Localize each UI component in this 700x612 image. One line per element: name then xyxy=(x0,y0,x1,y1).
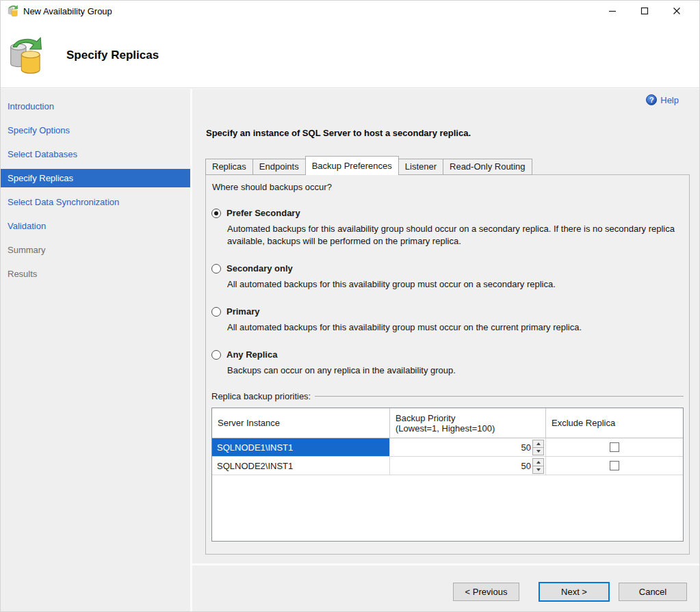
secondary-only-radio-row[interactable]: Secondary only xyxy=(211,263,684,274)
tab-read-only-routing[interactable]: Read-Only Routing xyxy=(443,159,532,175)
exclude-replica-cell-sqlnode1 xyxy=(546,438,683,456)
primary-radio[interactable] xyxy=(211,307,221,317)
option-prefer-secondary: Prefer Secondary Automated backups for t… xyxy=(211,208,684,248)
table-row: SQLNODE1\INST1 50 xyxy=(212,438,683,457)
close-icon xyxy=(673,7,681,15)
any-replica-radio-row[interactable]: Any Replica xyxy=(211,349,684,360)
up-arrow-icon xyxy=(536,442,541,445)
sidebar-item-specify-replicas[interactable]: Specify Replicas xyxy=(1,169,190,187)
sidebar-item-select-data-synchronization[interactable]: Select Data Synchronization xyxy=(1,190,190,214)
backup-priority-cell-sqlnode1[interactable]: 50 xyxy=(390,438,546,456)
replica-backup-priorities-label: Replica backup priorities: xyxy=(211,391,311,401)
prefer-secondary-radio-row[interactable]: Prefer Secondary xyxy=(211,208,684,218)
tab-backup-preferences[interactable]: Backup Preferences xyxy=(305,156,399,175)
any-replica-label: Any Replica xyxy=(226,349,277,360)
wizard-header: Specify Replicas xyxy=(1,21,699,88)
option-secondary-only: Secondary only All automated backups for… xyxy=(211,263,684,291)
tab-replicas[interactable]: Replicas xyxy=(205,159,253,175)
maximize-icon xyxy=(640,7,649,15)
wizard-body: Introduction Specify Options Select Data… xyxy=(1,89,699,611)
sidebar-item-specify-options[interactable]: Specify Options xyxy=(1,118,190,142)
prefer-secondary-description: Automated backups for this availability … xyxy=(227,223,679,248)
priority-value[interactable]: 50 xyxy=(521,442,532,453)
footer-separator xyxy=(192,563,699,566)
tab-endpoints[interactable]: Endpoints xyxy=(252,159,306,175)
up-arrow-icon xyxy=(536,461,541,464)
server-instance-cell-sqlnode1[interactable]: SQLNODE1\INST1 xyxy=(212,438,390,456)
window-controls xyxy=(596,1,692,21)
prefer-secondary-radio[interactable] xyxy=(211,209,221,218)
step-instruction: Specify an instance of SQL Server to hos… xyxy=(206,128,471,138)
replicas-database-icon xyxy=(6,35,46,77)
primary-radio-row[interactable]: Primary xyxy=(211,306,684,317)
primary-label: Primary xyxy=(226,306,259,317)
option-primary: Primary All automated backups for this a… xyxy=(211,306,684,334)
minimize-button[interactable] xyxy=(596,1,628,21)
replica-backup-priorities-group: Replica backup priorities: xyxy=(211,391,684,401)
cancel-button[interactable]: Cancel xyxy=(619,583,687,601)
grid-header-row: Server Instance Backup Priority (Lowest=… xyxy=(212,408,683,438)
backup-question-label: Where should backups occur? xyxy=(212,182,684,192)
tab-listener[interactable]: Listener xyxy=(398,159,443,175)
group-rule xyxy=(315,396,684,397)
column-header-backup-priority[interactable]: Backup Priority (Lowest=1, Highest=100) xyxy=(390,408,546,438)
wizard-steps-sidebar: Introduction Specify Options Select Data… xyxy=(1,89,190,611)
column-header-exclude-replica[interactable]: Exclude Replica xyxy=(546,408,683,438)
secondary-only-radio[interactable] xyxy=(211,264,221,274)
exclude-replica-cell-sqlnode2 xyxy=(546,457,683,475)
priority-spinner xyxy=(532,440,544,455)
server-instance-cell-sqlnode2[interactable]: SQLNODE2\INST1 xyxy=(212,457,390,475)
previous-button[interactable]: < Previous xyxy=(453,583,519,601)
window-title: New Availability Group xyxy=(23,6,112,16)
replica-priorities-grid: Server Instance Backup Priority (Lowest=… xyxy=(211,408,684,542)
new-availability-group-wizard: New Availability Group Specify Replicas xyxy=(0,0,700,612)
step-content: ? Help Specify an instance of SQL Server… xyxy=(192,89,699,611)
backup-preferences-panel: Where should backups occur? Prefer Secon… xyxy=(205,174,690,555)
title-bar: New Availability Group xyxy=(1,1,699,21)
exclude-replica-checkbox[interactable] xyxy=(610,461,619,470)
minimize-icon xyxy=(608,7,617,15)
tab-strip: Replicas Endpoints Backup Preferences Li… xyxy=(205,156,532,175)
any-replica-description: Backups can occur on any replica in the … xyxy=(227,364,679,377)
any-replica-radio[interactable] xyxy=(211,350,221,360)
close-button[interactable] xyxy=(660,1,692,21)
secondary-only-label: Secondary only xyxy=(226,263,293,274)
sidebar-item-summary: Summary xyxy=(1,238,190,262)
spinner-down-button[interactable] xyxy=(532,448,544,455)
sidebar-item-validation[interactable]: Validation xyxy=(1,214,190,238)
maximize-button[interactable] xyxy=(628,1,660,21)
sidebar-item-introduction[interactable]: Introduction xyxy=(1,94,190,118)
next-button[interactable]: Next > xyxy=(539,582,610,602)
down-arrow-icon xyxy=(536,468,541,471)
help-label: Help xyxy=(660,95,679,105)
availability-group-icon xyxy=(7,5,19,17)
spinner-down-button[interactable] xyxy=(532,466,544,474)
sidebar-item-results: Results xyxy=(1,262,190,286)
backup-priority-cell-sqlnode2[interactable]: 50 xyxy=(390,457,546,475)
down-arrow-icon xyxy=(536,450,541,453)
help-icon: ? xyxy=(646,94,657,105)
prefer-secondary-label: Prefer Secondary xyxy=(226,208,300,218)
sidebar-item-select-databases[interactable]: Select Databases xyxy=(1,142,190,166)
primary-description: All automated backups for this availabil… xyxy=(227,321,679,334)
spinner-up-button[interactable] xyxy=(532,440,544,448)
column-header-server-instance[interactable]: Server Instance xyxy=(212,408,390,438)
help-link[interactable]: ? Help xyxy=(646,94,679,105)
secondary-only-description: All automated backups for this availabil… xyxy=(227,278,679,291)
spinner-up-button[interactable] xyxy=(532,458,544,466)
page-title: Specify Replicas xyxy=(66,49,159,62)
option-any-replica: Any Replica Backups can occur on any rep… xyxy=(211,349,684,377)
table-row: SQLNODE2\INST1 50 xyxy=(212,457,683,475)
priority-spinner xyxy=(532,458,544,474)
exclude-replica-checkbox[interactable] xyxy=(610,442,619,452)
priority-value[interactable]: 50 xyxy=(521,461,532,471)
